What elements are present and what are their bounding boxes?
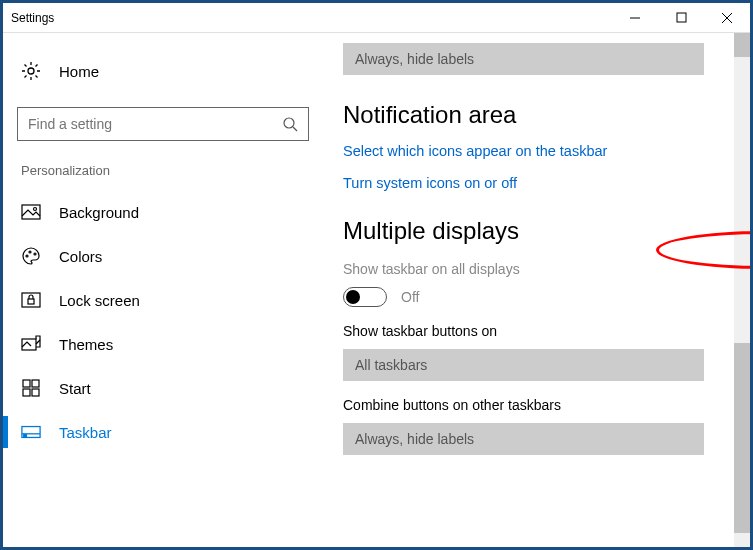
search-icon bbox=[280, 114, 300, 134]
sidebar-item-background[interactable]: Background bbox=[17, 190, 309, 234]
sidebar-item-label: Background bbox=[59, 204, 139, 221]
minimize-button[interactable] bbox=[612, 3, 658, 33]
heading-notification-area: Notification area bbox=[343, 101, 704, 129]
label-combine-other: Combine buttons on other taskbars bbox=[343, 397, 704, 413]
sidebar-item-label: Start bbox=[59, 380, 91, 397]
svg-point-10 bbox=[29, 251, 31, 253]
toggle-show-all-displays[interactable] bbox=[343, 287, 387, 307]
close-button[interactable] bbox=[704, 3, 750, 33]
dropdown-show-buttons-on[interactable]: All taskbars bbox=[343, 349, 704, 381]
sidebar-item-taskbar[interactable]: Taskbar bbox=[17, 410, 309, 454]
sidebar: Home Personalization Background bbox=[3, 33, 323, 547]
heading-multiple-displays: Multiple displays bbox=[343, 217, 704, 245]
taskbar-icon bbox=[21, 422, 41, 442]
link-select-icons[interactable]: Select which icons appear on the taskbar bbox=[343, 143, 704, 159]
svg-point-4 bbox=[28, 68, 34, 74]
search-input[interactable] bbox=[26, 115, 266, 133]
section-caption: Personalization bbox=[17, 163, 309, 178]
sidebar-item-start[interactable]: Start bbox=[17, 366, 309, 410]
svg-rect-21 bbox=[24, 435, 27, 437]
svg-line-6 bbox=[293, 127, 297, 131]
toggle-state-label: Off bbox=[401, 289, 419, 305]
lock-screen-icon bbox=[21, 290, 41, 310]
svg-point-8 bbox=[34, 208, 37, 211]
combine-dropdown-top[interactable]: Always, hide labels bbox=[343, 43, 704, 75]
svg-rect-13 bbox=[28, 299, 34, 304]
sidebar-item-lock-screen[interactable]: Lock screen bbox=[17, 278, 309, 322]
sidebar-item-label: Taskbar bbox=[59, 424, 112, 441]
svg-rect-7 bbox=[22, 205, 40, 219]
maximize-button[interactable] bbox=[658, 3, 704, 33]
home-label: Home bbox=[59, 63, 99, 80]
label-show-all-displays: Show taskbar on all displays bbox=[343, 261, 704, 277]
picture-icon bbox=[21, 202, 41, 222]
home-nav[interactable]: Home bbox=[17, 53, 309, 89]
sidebar-item-label: Themes bbox=[59, 336, 113, 353]
svg-rect-16 bbox=[32, 380, 39, 387]
start-icon bbox=[21, 378, 41, 398]
settings-window: Settings Home bbox=[0, 0, 753, 550]
svg-rect-18 bbox=[32, 389, 39, 396]
sidebar-item-colors[interactable]: Colors bbox=[17, 234, 309, 278]
sidebar-item-label: Colors bbox=[59, 248, 102, 265]
scrollbar-thumb-top[interactable] bbox=[734, 33, 750, 57]
scrollbar-thumb[interactable] bbox=[734, 343, 750, 533]
link-system-icons[interactable]: Turn system icons on or off bbox=[343, 175, 704, 191]
svg-point-5 bbox=[284, 118, 294, 128]
svg-point-11 bbox=[34, 253, 36, 255]
label-show-buttons-on: Show taskbar buttons on bbox=[343, 323, 704, 339]
gear-icon bbox=[21, 61, 41, 81]
dropdown-combine-other[interactable]: Always, hide labels bbox=[343, 423, 704, 455]
sidebar-item-themes[interactable]: Themes bbox=[17, 322, 309, 366]
svg-rect-17 bbox=[23, 389, 30, 396]
window-title: Settings bbox=[11, 11, 54, 25]
svg-rect-1 bbox=[677, 13, 686, 22]
svg-point-9 bbox=[26, 255, 28, 257]
sidebar-item-label: Lock screen bbox=[59, 292, 140, 309]
content-area: Always, hide labels Notification area Se… bbox=[323, 33, 750, 547]
search-box[interactable] bbox=[17, 107, 309, 141]
scrollbar[interactable] bbox=[734, 33, 750, 547]
titlebar: Settings bbox=[3, 3, 750, 33]
svg-rect-15 bbox=[23, 380, 30, 387]
themes-icon bbox=[21, 334, 41, 354]
palette-icon bbox=[21, 246, 41, 266]
